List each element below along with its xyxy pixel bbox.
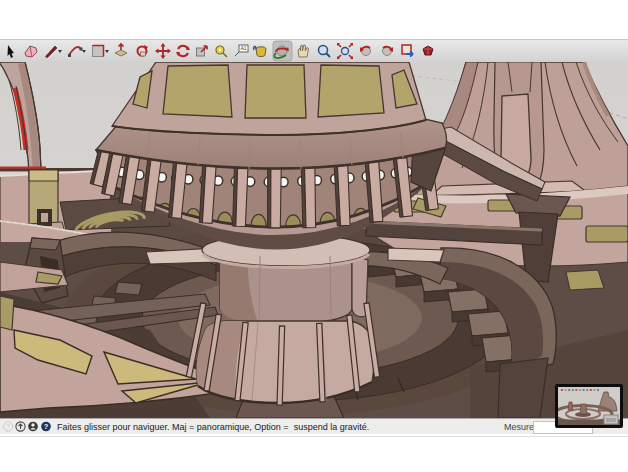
svg-text:?: ? bbox=[6, 423, 10, 430]
svg-text:A1: A1 bbox=[240, 45, 246, 51]
svg-text:?: ? bbox=[44, 422, 49, 431]
